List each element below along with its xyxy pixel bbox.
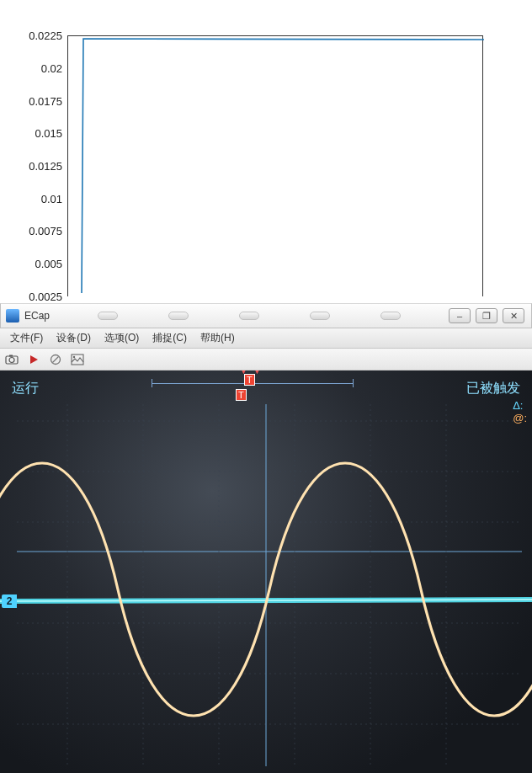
ytick-7: 0.02: [0, 62, 62, 75]
close-button[interactable]: ✕: [503, 308, 524, 323]
minimize-button[interactable]: –: [449, 308, 471, 323]
svg-rect-2: [9, 355, 13, 356]
window-title: ECap: [24, 310, 50, 322]
close-icon: ✕: [510, 311, 518, 322]
ecap-window: ECap – ❐ ✕ 文件(F) 设备(D) 选项(O) 捕捉(C) 帮助(H): [0, 303, 532, 773]
play-icon[interactable]: [27, 353, 40, 366]
svg-point-1: [9, 357, 14, 362]
minimize-icon: –: [457, 311, 462, 321]
window-controls: – ❐ ✕: [449, 308, 531, 323]
menu-help[interactable]: 帮助(H): [194, 331, 242, 345]
gripper-icon: [168, 312, 189, 320]
ytick-0: 0.0025: [0, 291, 62, 303]
svg-line-5: [53, 356, 59, 362]
channel-2-badge: 2: [2, 594, 17, 608]
gripper-icon: [380, 312, 401, 320]
gripper-icon: [98, 312, 118, 320]
ytick-4: 0.0125: [0, 160, 62, 173]
chart-axes: [67, 35, 483, 296]
app-icon: [6, 309, 19, 323]
chart-panel: 0.0025 0.005 0.0075 0.01 0.0125 0.015 0.…: [0, 0, 532, 303]
menubar: 文件(F) 设备(D) 选项(O) 捕捉(C) 帮助(H): [0, 328, 532, 349]
camera-icon[interactable]: [5, 353, 19, 366]
menu-device[interactable]: 设备(D): [50, 331, 98, 345]
titlebar-grip: [50, 312, 449, 320]
stop-icon[interactable]: [49, 353, 62, 366]
svg-point-7: [73, 355, 75, 357]
ytick-2: 0.0075: [0, 225, 62, 237]
ytick-8: 0.0225: [0, 29, 62, 42]
menu-options[interactable]: 选项(O): [98, 331, 146, 345]
titlebar[interactable]: ECap – ❐ ✕: [0, 303, 532, 328]
maximize-icon: ❐: [482, 311, 491, 322]
gripper-icon: [310, 312, 330, 320]
toolbar: [0, 349, 532, 371]
ytick-1: 0.005: [0, 258, 62, 270]
menu-file[interactable]: 文件(F): [3, 331, 50, 345]
series-line: [82, 39, 484, 293]
ytick-6: 0.0175: [0, 95, 62, 108]
ytick-5: 0.015: [0, 127, 62, 140]
svg-marker-3: [30, 355, 38, 364]
chart-line-plot: [68, 36, 484, 297]
image-icon[interactable]: [71, 353, 84, 366]
gripper-icon: [239, 312, 259, 320]
oscilloscope-view: 运行 已被触发 T T ▼ ▼ Δ: @: 2: [0, 371, 532, 773]
maximize-button[interactable]: ❐: [476, 308, 497, 323]
scope-waveforms: [0, 371, 532, 773]
ytick-3: 0.01: [0, 193, 62, 205]
menu-capture[interactable]: 捕捉(C): [146, 331, 194, 345]
